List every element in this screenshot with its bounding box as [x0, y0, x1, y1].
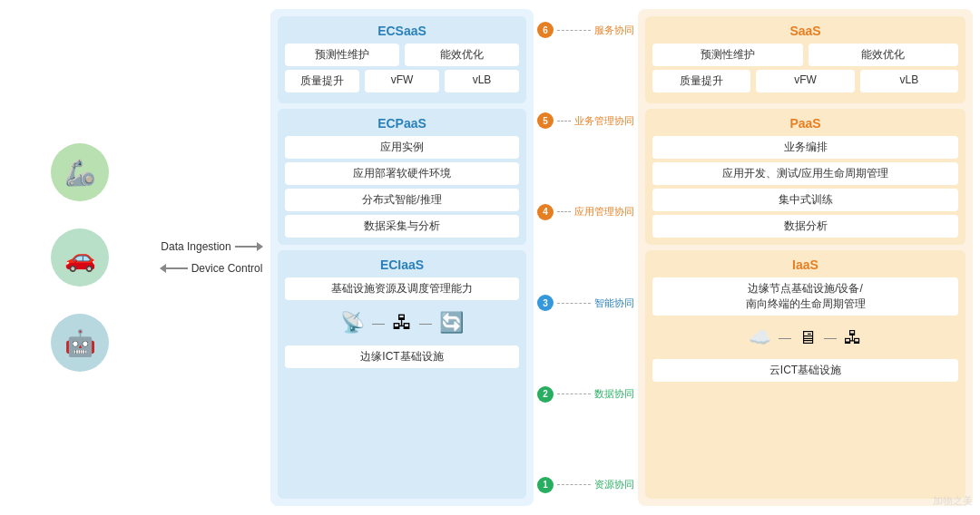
protocol-6: 6 服务协同 [537, 20, 634, 40]
cloud-device-1: ☁️ [749, 326, 771, 348]
main-container: 🦾 🚗 🤖 Data Ingestion Device Control ECSa [0, 0, 980, 515]
protocol-num-1: 1 [537, 477, 554, 493]
robot-arm-icon: 🦾 [51, 143, 109, 201]
protocol-section: 6 服务协同 5 业务管理协同 4 应用管理协同 3 智能协同 2 数据协同 [534, 9, 638, 506]
saas-cell-3: 质量提升 [652, 70, 750, 92]
ecsaas-cell-5: vLB [445, 70, 519, 92]
eciaas-block: ECIaaS 基础设施资源及调度管理能力 📡 — 🖧 — 🔄 边缘ICT基础设施 [278, 250, 526, 499]
network-device-icon: 🔄 [439, 311, 464, 335]
network-icons: 📡 — 🖧 — 🔄 [285, 304, 519, 342]
ecsaas-cell-4: vFW [365, 70, 439, 92]
protocol-label-6: 服务协同 [594, 24, 634, 37]
saas-cell-5: vLB [860, 70, 958, 92]
protocol-label-3: 智能协同 [594, 296, 634, 310]
iaas-block: IaaS 边缘节点基础设施/设备/南向终端的生命周期管理 ☁️ — 🖥 — 🖧 … [645, 250, 965, 499]
ecpaas-item-4: 数据采集与分析 [285, 215, 519, 238]
protocol-label-5: 业务管理协同 [574, 114, 634, 128]
protocol-label-4: 应用管理协同 [574, 205, 634, 219]
dashed-1 [557, 484, 591, 485]
arrow-section: Data Ingestion Device Control [152, 9, 270, 506]
ecpaas-item-2: 应用部署软硬件环境 [285, 162, 519, 185]
ecsaas-row2: 质量提升 vFW vLB [285, 70, 519, 92]
switch-icon: 🖧 [392, 311, 412, 335]
protocol-label-1: 资源协同 [594, 478, 634, 491]
saas-title: SaaS [652, 24, 958, 38]
saas-row2: 质量提升 vFW vLB [652, 70, 958, 92]
ecpaas-block: ECPaaS 应用实例 应用部署软硬件环境 分布式智能/推理 数据采集与分析 [278, 109, 526, 245]
paas-item-3: 集中式训练 [652, 189, 958, 211]
dashed-3 [557, 303, 591, 304]
ecpaas-item-3: 分布式智能/推理 [285, 189, 519, 211]
ecsaas-title: ECSaaS [285, 24, 519, 38]
protocol-label-2: 数据协同 [594, 387, 634, 401]
iaas-footer: 云ICT基础设施 [652, 359, 958, 382]
ecsaas-cell-2: 能效优化 [405, 44, 519, 66]
dashed-5 [557, 121, 571, 121]
cloud-device-3: 🖧 [844, 327, 862, 348]
ecpaas-title: ECPaaS [285, 116, 519, 131]
cloud-icons: ☁️ — 🖥 — 🖧 [652, 319, 958, 355]
protocol-num-2: 2 [537, 386, 554, 403]
paas-title: PaaS [652, 116, 958, 131]
protocol-4: 4 应用管理协同 [537, 202, 634, 222]
data-ingestion-row: Data Ingestion [161, 240, 261, 253]
ecsaas-cell-1: 预测性维护 [285, 44, 399, 66]
left-section: 🦾 🚗 🤖 [7, 9, 152, 506]
saas-cell-2: 能效优化 [808, 44, 959, 66]
ec-section: ECSaaS 预测性维护 能效优化 质量提升 vFW vLB ECPaaS 应用… [270, 9, 534, 506]
car-icon: 🚗 [51, 228, 109, 287]
data-ingestion-label: Data Ingestion [161, 240, 230, 253]
protocol-5: 5 业务管理协同 [537, 111, 634, 131]
protocol-num-5: 5 [537, 112, 554, 129]
protocol-num-6: 6 [537, 22, 554, 38]
ecsaas-row1: 预测性维护 能效优化 [285, 44, 519, 66]
right-section: SaaS 预测性维护 能效优化 质量提升 vFW vLB PaaS 业务编排 应… [638, 9, 973, 506]
eciaas-item: 基础设施资源及调度管理能力 [285, 277, 519, 300]
iaas-title: IaaS [652, 258, 958, 272]
paas-block: PaaS 业务编排 应用开发、测试/应用生命周期管理 集中式训练 数据分析 [645, 109, 965, 245]
cloud-device-2: 🖥 [799, 327, 817, 348]
eciaas-title: ECIaaS [285, 258, 519, 272]
dashed-6 [557, 30, 591, 31]
saas-row1: 预测性维护 能效优化 [652, 44, 958, 66]
arrow-labels: Data Ingestion Device Control [161, 240, 263, 275]
saas-block: SaaS 预测性维护 能效优化 质量提升 vFW vLB [645, 16, 965, 103]
device-control-row: Device Control [161, 262, 263, 275]
dashed-4 [557, 211, 571, 212]
paas-item-2: 应用开发、测试/应用生命周期管理 [652, 162, 958, 185]
ecpaas-item-1: 应用实例 [285, 136, 519, 159]
saas-cell-4: vFW [756, 70, 854, 92]
paas-item-4: 数据分析 [652, 215, 958, 238]
robot-icon: 🤖 [51, 314, 109, 372]
device-control-label: Device Control [191, 262, 263, 275]
eciaas-footer: 边缘ICT基础设施 [285, 345, 519, 368]
saas-cell-1: 预测性维护 [652, 44, 803, 66]
paas-item-1: 业务编排 [652, 136, 958, 159]
protocol-num-4: 4 [537, 204, 554, 220]
ecsaas-cell-3: 质量提升 [285, 70, 359, 92]
iaas-item: 边缘节点基础设施/设备/南向终端的生命周期管理 [652, 277, 958, 316]
router-icon: 📡 [340, 311, 365, 335]
ecsaas-block: ECSaaS 预测性维护 能效优化 质量提升 vFW vLB [278, 16, 526, 103]
protocol-1: 1 资源协同 [537, 475, 634, 495]
protocol-3: 3 智能协同 [537, 293, 634, 313]
protocol-num-3: 3 [537, 295, 554, 311]
protocol-2: 2 数据协同 [537, 384, 634, 404]
dashed-2 [557, 394, 591, 394]
